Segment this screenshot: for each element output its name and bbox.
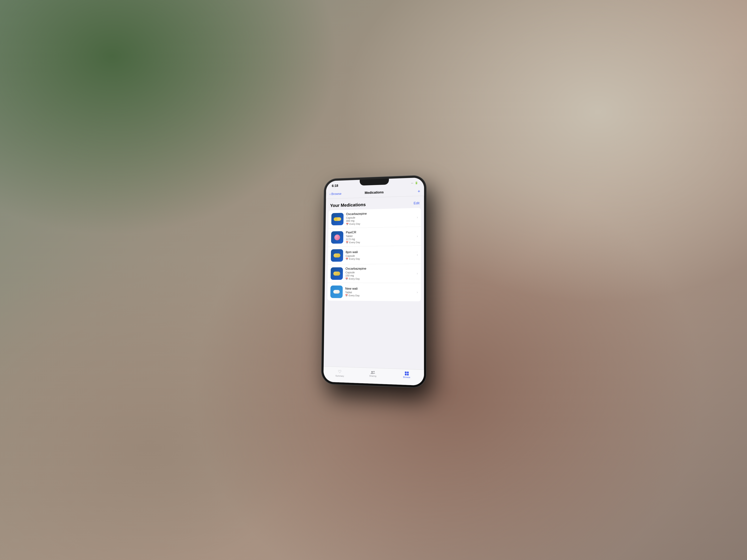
schedule-text: Every Day [349,277,360,280]
chevron-right-icon: › [417,253,418,257]
tablet-shape [333,290,340,294]
medication-type: Tablet [345,291,414,294]
chevron-right-icon: › [417,271,418,275]
medication-icon [330,286,343,298]
svg-point-1 [373,371,375,372]
tab-summary-label: Summary [335,375,344,377]
medication-icon [331,213,344,225]
status-time: 6:18 [332,184,338,188]
signal-icon: ··· [411,182,413,184]
heart-icon: ♡ [338,369,341,374]
calendar-icon: 📅 [345,258,348,260]
medications-list: Oxcarbazepine Capsule 300 mg 📅 Every Day… [327,208,421,301]
back-button[interactable]: ‹ Browse [330,192,341,196]
chevron-right-icon: › [417,290,418,294]
page-title: Medications [365,190,384,195]
calendar-icon: 📅 [346,223,349,225]
medication-name: Oxcarbazepine [345,267,414,271]
medication-name: 8pm wali [346,249,414,254]
chevron-right-icon: › [417,234,418,238]
medication-type: Capsule [345,254,414,258]
medication-item[interactable]: 8pm wali Capsule 📅 Every Day › [328,246,421,265]
medication-info: 8pm wali Capsule 📅 Every Day [345,249,414,260]
phone-case: 6:18 ··· 🔋 ‹ Browse Medications + [321,175,426,388]
schedule-text: Every Day [349,258,360,260]
medication-icon [331,267,343,280]
medication-info: PaxiCR Tablet 12.5 mg 📅 Every Day [346,230,414,244]
chevron-right-icon: › [417,215,418,219]
tablet-shape [334,254,340,258]
medication-item[interactable]: Oxcarbazepine Capsule 150 mg 📅 Every Day… [328,264,421,283]
status-icons: ··· 🔋 [411,181,418,184]
add-button[interactable]: + [418,189,420,194]
medication-info: Oxcarbazepine Capsule 300 mg 📅 Every Day [346,211,414,225]
chevron-left-icon: ‹ [330,192,331,196]
pill-visual [331,267,343,280]
medication-item[interactable]: Oxcarbazepine Capsule 300 mg 📅 Every Day… [329,208,421,229]
calendar-icon: 📅 [345,277,348,280]
content-area: Your Medications Edit [324,196,424,370]
calendar-icon: 📅 [346,241,349,244]
medication-schedule: 📅 Every Day [345,294,414,297]
pill-visual [331,249,343,262]
pill-visual [331,213,344,225]
phone-notch [360,179,389,186]
svg-point-0 [371,371,373,373]
phone-screen: 6:18 ··· 🔋 ‹ Browse Medications + [324,177,424,385]
tab-bar: ♡ Summary Sharing [324,366,424,385]
edit-button[interactable]: Edit [414,201,419,205]
medication-type: Capsule [345,271,414,274]
medication-schedule: 📅 Every Day [345,277,414,280]
schedule-text: Every Day [349,241,360,244]
section-title: Your Medications [330,202,366,208]
medication-info: Oxcarbazepine Capsule 150 mg 📅 Every Day [345,267,414,280]
tablet-shape [334,235,340,240]
battery-icon: 🔋 [415,181,418,184]
medication-item[interactable]: New wali Tablet 📅 Every Day › [327,283,421,301]
medication-dose: 150 mg [345,274,414,277]
tablet-shape [333,272,340,276]
pill-visual [330,286,343,298]
pill-visual [331,231,343,244]
phone-device: 6:18 ··· 🔋 ‹ Browse Medications + [321,175,426,388]
tab-sharing[interactable]: Sharing [356,370,390,378]
medication-item[interactable]: PaxiCR Tablet 12.5 mg 📅 Every Day › [328,226,421,247]
medication-schedule: 📅 Every Day [345,257,414,260]
medication-icon [331,249,343,262]
browse-grid-icon [405,371,409,375]
schedule-text: Every Day [349,294,360,297]
back-label: Browse [331,192,341,196]
medication-name: New wali [345,287,414,291]
sharing-icon [370,370,375,374]
schedule-text: Every Day [350,222,360,225]
tab-sharing-label: Sharing [369,375,376,377]
capsule-shape [334,217,341,221]
tab-browse-label: Browse [403,376,410,378]
medication-info: New wali Tablet 📅 Every Day [345,287,414,297]
medication-schedule: 📅 Every Day [346,240,414,244]
tab-summary[interactable]: ♡ Summary [324,369,356,378]
calendar-icon: 📅 [345,294,348,297]
tab-browse[interactable]: Browse [390,371,424,379]
medication-icon [331,231,343,244]
